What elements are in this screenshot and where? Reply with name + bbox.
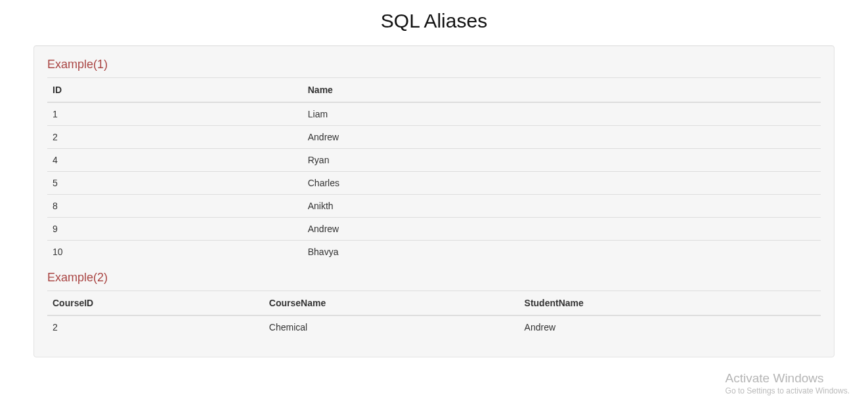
cell-name: Andrew [303, 126, 821, 149]
cell-courseid: 2 [47, 315, 264, 338]
cell-id: 9 [47, 218, 303, 241]
table-row: 4 Ryan [47, 149, 821, 172]
cell-id: 10 [47, 241, 303, 264]
cell-name: Liam [303, 102, 821, 126]
page-title: SQL Aliases [0, 10, 868, 32]
cell-id: 4 [47, 149, 303, 172]
cell-name: Andrew [303, 218, 821, 241]
table-row: 2 Andrew [47, 126, 821, 149]
example1-header-id: ID [47, 78, 303, 102]
cell-name: Charles [303, 172, 821, 195]
content-panel: Example(1) ID Name 1 Liam 2 Andrew 4 Rya… [33, 45, 835, 357]
cell-name: Anikth [303, 195, 821, 218]
table-row: 1 Liam [47, 102, 821, 126]
example1-table: ID Name 1 Liam 2 Andrew 4 Ryan 5 Charles [47, 78, 821, 263]
cell-id: 1 [47, 102, 303, 126]
example2-header-courseid: CourseID [47, 291, 264, 315]
cell-id: 2 [47, 126, 303, 149]
cell-id: 5 [47, 172, 303, 195]
table-row: 9 Andrew [47, 218, 821, 241]
table-row: 10 Bhavya [47, 241, 821, 264]
example2-heading: Example(2) [47, 271, 821, 291]
cell-name: Ryan [303, 149, 821, 172]
example2-table: CourseID CourseName StudentName 2 Chemic… [47, 291, 821, 338]
example1-header-name: Name [303, 78, 821, 102]
example2-header-studentname: StudentName [519, 291, 821, 315]
example1-heading: Example(1) [47, 58, 821, 78]
table-row: 5 Charles [47, 172, 821, 195]
cell-coursename: Chemical [264, 315, 519, 338]
cell-name: Bhavya [303, 241, 821, 264]
table-row: 8 Anikth [47, 195, 821, 218]
cell-studentname: Andrew [519, 315, 821, 338]
cell-id: 8 [47, 195, 303, 218]
example2-header-coursename: CourseName [264, 291, 519, 315]
table-row: 2 Chemical Andrew [47, 315, 821, 338]
